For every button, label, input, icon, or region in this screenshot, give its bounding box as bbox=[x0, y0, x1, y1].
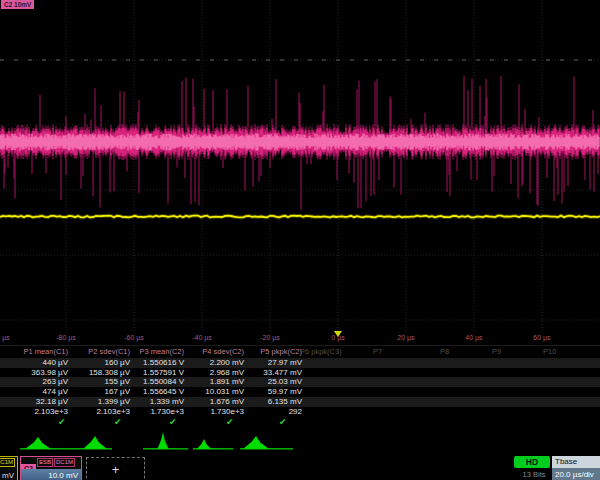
status-check-icon: ✔ bbox=[169, 416, 177, 428]
measure-histicons[interactable] bbox=[0, 428, 600, 452]
measure-status-row: ✔✔✔✔✔ bbox=[0, 416, 600, 428]
measure-value: 440 µV bbox=[6, 358, 68, 368]
measure-value: 2.200 mV bbox=[182, 358, 244, 368]
axis-tick-label: -80 µs bbox=[44, 334, 88, 341]
measure-header-p4[interactable]: P4 sdev(C2) bbox=[182, 347, 244, 356]
measure-value: 167 µV bbox=[68, 387, 130, 397]
axis-tick-label: -40 µs bbox=[180, 334, 224, 341]
measure-stats-row: 363.98 µV158.308 µV1.557591 V2.968 mV33.… bbox=[0, 368, 600, 378]
measure-value: 27.97 mV bbox=[240, 358, 302, 368]
measure-value: 2.103e+3 bbox=[68, 407, 130, 417]
measure-value: 33.477 mV bbox=[240, 368, 302, 378]
measure-value: 1.676 mV bbox=[182, 397, 244, 407]
measure-header-p2[interactable]: P2 sdev(C1) bbox=[68, 347, 130, 356]
time-axis: -100 µs-80 µs-60 µs-40 µs-20 µs0 µs20 µs… bbox=[0, 331, 600, 345]
hd-mode-badge[interactable]: HD bbox=[514, 456, 550, 468]
measure-header-p6[interactable]: P6 pkpk(C3) bbox=[300, 347, 366, 356]
c2-channel-tab[interactable]: C2 bbox=[21, 464, 36, 469]
measure-value: 1.891 mV bbox=[182, 377, 244, 387]
axis-tick-label: -20 µs bbox=[248, 334, 292, 341]
c2-descriptor-box[interactable]: C2ESBDC1M 10.0 mV bbox=[20, 456, 82, 480]
axis-tick-label: 20 µs bbox=[384, 334, 428, 341]
status-check-icon: ✔ bbox=[58, 416, 66, 428]
status-check-icon: ✔ bbox=[114, 416, 122, 428]
measure-stats-row: 474 µV167 µV1.556645 V10.031 mV59.97 mV bbox=[0, 387, 600, 397]
measure-value: 59.97 mV bbox=[240, 387, 302, 397]
measure-value: 160 µV bbox=[68, 358, 130, 368]
status-check-icon: ✔ bbox=[226, 416, 234, 428]
measure-value: 1.730e+3 bbox=[122, 407, 184, 417]
waveform-grid: C2 10mV bbox=[0, 0, 600, 333]
measure-header-row: P1 mean(C1)P2 sdev(C1)P3 mean(C2)P4 sdev… bbox=[0, 347, 600, 357]
measure-stats-row: 32.18 µV1.399 µV1.339 mV1.676 mV6.135 mV bbox=[0, 397, 600, 407]
measure-value: 292 bbox=[240, 407, 302, 417]
measure-value: 263 µV bbox=[6, 377, 68, 387]
measure-value: 1.550084 V bbox=[122, 377, 184, 387]
measure-value: 2.968 mV bbox=[182, 368, 244, 378]
measure-value: 25.03 mV bbox=[240, 377, 302, 387]
measure-header-p7[interactable]: P7 bbox=[373, 347, 439, 356]
measure-value: 1.550616 V bbox=[122, 358, 184, 368]
c1-coupling-badge: DC1M bbox=[0, 458, 15, 467]
measure-value: 474 µV bbox=[6, 387, 68, 397]
tbase-value: 20.0 µs/div bbox=[552, 468, 600, 480]
measure-header-p1[interactable]: P1 mean(C1) bbox=[6, 347, 68, 356]
oscilloscope-screen: { "annotation": { "label": "C2 10mV" }, … bbox=[0, 0, 600, 480]
measure-value: 158.308 µV bbox=[68, 368, 130, 378]
measure-value: 6.135 mV bbox=[240, 397, 302, 407]
c2-eres-badge: ESB bbox=[37, 458, 53, 467]
measure-header-p3[interactable]: P3 mean(C2) bbox=[122, 347, 184, 356]
measure-value: 10.031 mV bbox=[182, 387, 244, 397]
measure-stats-row: 440 µV160 µV1.550616 V2.200 mV27.97 mV bbox=[0, 358, 600, 368]
measure-value: 32.18 µV bbox=[6, 397, 68, 407]
trace-annotation-chip[interactable]: C2 10mV bbox=[1, 0, 34, 9]
measure-value: 363.98 µV bbox=[6, 368, 68, 378]
axis-tick-label: 60 µs bbox=[520, 334, 564, 341]
axis-tick-label: -60 µs bbox=[112, 334, 156, 341]
c2-scale-value: 10.0 mV bbox=[21, 469, 81, 480]
measure-value: 1.556645 V bbox=[122, 387, 184, 397]
descriptor-bar: DC1M 20.0 mV C2ESBDC1M 10.0 mV + HD 13 B… bbox=[0, 452, 600, 480]
status-check-icon: ✔ bbox=[279, 416, 287, 428]
bits-label: 13 Bits bbox=[514, 470, 554, 479]
measure-stats-row: 2.103e+32.103e+31.730e+31.730e+3292 bbox=[0, 407, 600, 417]
measure-stats-row: 263 µV155 µV1.550084 V1.891 mV25.03 mV bbox=[0, 377, 600, 387]
axis-tick-label: -100 µs bbox=[0, 334, 20, 341]
c1-scale-value: 20.0 mV bbox=[0, 469, 17, 480]
axis-tick-label: 0 µs bbox=[316, 334, 360, 341]
measure-value: 1.339 mV bbox=[122, 397, 184, 407]
waveform-traces bbox=[0, 0, 600, 333]
measure-value: 1.557591 V bbox=[122, 368, 184, 378]
measure-value: 1.730e+3 bbox=[182, 407, 244, 417]
measure-value: 1.399 µV bbox=[68, 397, 130, 407]
measure-header-p10[interactable]: P10 bbox=[543, 347, 600, 356]
axis-tick-label: 40 µs bbox=[452, 334, 496, 341]
measure-value: 2.103e+3 bbox=[6, 407, 68, 417]
measure-table: P1 mean(C1)P2 sdev(C1)P3 mean(C2)P4 sdev… bbox=[0, 345, 600, 429]
c1-descriptor-box[interactable]: DC1M 20.0 mV bbox=[0, 456, 18, 480]
c2-coupling-badge: DC1M bbox=[54, 458, 75, 467]
measure-header-p5[interactable]: P5 pkpk(C2) bbox=[240, 347, 302, 356]
tbase-descriptor-box[interactable]: Tbase 20.0 µs/div bbox=[552, 456, 600, 480]
add-trace-button[interactable]: + bbox=[86, 457, 145, 480]
measure-value: 155 µV bbox=[68, 377, 130, 387]
tbase-label: Tbase bbox=[552, 456, 600, 468]
